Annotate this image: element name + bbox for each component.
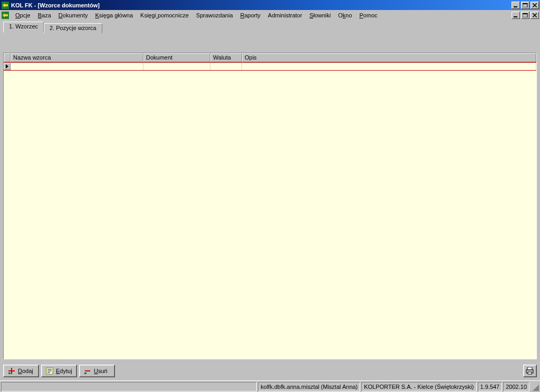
tab-label: 1. Wzorzec — [9, 23, 38, 30]
status-company: KOLPORTER S.A. - Kielce (Świętokrzyski) — [361, 382, 476, 391]
printer-icon — [526, 367, 534, 375]
menu-pomoc[interactable]: Pomoc — [356, 12, 381, 19]
system-menu-icon[interactable] — [1, 11, 9, 19]
svg-rect-14 — [528, 372, 532, 374]
svg-rect-5 — [514, 16, 517, 17]
col-nazwa-wzorca[interactable]: Nazwa wzorca — [11, 53, 143, 62]
status-db: kolfk.dbfk.anna.misztal (Misztal Anna) — [258, 382, 360, 391]
button-label: Dodaj — [18, 368, 33, 374]
add-button[interactable]: Dodaj — [3, 365, 39, 377]
minus-icon — [84, 367, 91, 375]
cell-dokument[interactable] — [143, 63, 210, 70]
tab-pozycje-wzorca[interactable]: 2. Pozycje wzorca — [44, 23, 102, 33]
client-area: 1. Wzorzec 2. Pozycje wzorca Nazwa wzorc… — [0, 20, 540, 380]
status-version: 1.9.547 — [478, 382, 503, 391]
menu-okno[interactable]: Okno — [334, 12, 355, 19]
svg-rect-8 — [8, 373, 11, 374]
button-label: Usuń — [94, 368, 108, 374]
menu-baza[interactable]: Baza — [34, 12, 55, 19]
maximize-button[interactable] — [521, 2, 529, 9]
close-button[interactable] — [531, 2, 539, 9]
mdi-maximize-button[interactable] — [521, 12, 529, 19]
statusbar: kolfk.dbfk.anna.misztal (Misztal Anna) K… — [0, 380, 540, 392]
title-text: KOL FK - [Wzorce dokumentów] — [11, 2, 100, 8]
cell-nazwa[interactable] — [11, 63, 143, 70]
menubar: OpcjeBazaDokumentyKsięga głównaKsięgi po… — [0, 10, 540, 20]
grid-header: Nazwa wzorca Dokument Waluta Opis — [4, 53, 536, 62]
tab-label: 2. Pozycje wzorca — [50, 25, 97, 31]
svg-rect-10 — [85, 370, 90, 371]
edit-button[interactable]: Edytuj — [41, 365, 77, 377]
print-button[interactable] — [523, 365, 537, 377]
resize-grip[interactable] — [531, 383, 539, 391]
status-message — [1, 382, 257, 391]
svg-rect-11 — [84, 373, 86, 374]
plus-icon — [8, 367, 15, 375]
menu-księgagłówna[interactable]: Księga główna — [92, 12, 137, 19]
menu-administrator[interactable]: Administrator — [264, 12, 306, 19]
delete-button[interactable]: Usuń — [79, 365, 115, 377]
svg-rect-3 — [523, 3, 527, 4]
tab-wzorzec[interactable]: 1. Wzorzec — [3, 22, 44, 33]
svg-rect-1 — [514, 6, 517, 7]
menu-opcje[interactable]: Opcje — [12, 12, 34, 19]
mdi-minimize-button[interactable] — [512, 12, 520, 19]
window-controls — [510, 2, 539, 9]
svg-rect-7 — [523, 13, 527, 14]
row-header-corner — [4, 53, 11, 62]
col-waluta[interactable]: Waluta — [210, 53, 242, 62]
app-icon — [1, 1, 9, 9]
action-toolbar: Dodaj Edytuj Usuń — [3, 365, 115, 377]
menu-słowniki[interactable]: Słowniki — [306, 12, 334, 19]
triangle-right-icon — [6, 64, 8, 68]
menu-raporty[interactable]: Raporty — [237, 12, 265, 19]
grid-body[interactable] — [4, 62, 536, 359]
svg-rect-12 — [527, 367, 532, 370]
col-opis[interactable]: Opis — [242, 53, 536, 62]
menu-sprawozdania[interactable]: Sprawozdania — [192, 12, 237, 19]
button-label: Edytuj — [56, 368, 72, 374]
mdi-controls — [510, 12, 539, 19]
row-pointer — [4, 63, 11, 70]
status-period: 2002.10 — [503, 382, 529, 391]
properties-icon — [46, 367, 53, 375]
menu-księgipomocnicze[interactable]: Księgi pomocnicze — [137, 12, 192, 19]
cell-waluta[interactable] — [210, 63, 242, 70]
mdi-close-button[interactable] — [531, 12, 539, 19]
tabstrip: 1. Wzorzec 2. Pozycje wzorca — [0, 20, 540, 33]
col-dokument[interactable]: Dokument — [143, 53, 210, 62]
minimize-button[interactable] — [512, 2, 520, 9]
titlebar: KOL FK - [Wzorce dokumentów] — [0, 0, 540, 10]
cell-opis[interactable] — [242, 63, 536, 70]
table-row[interactable] — [4, 62, 536, 71]
menu-dokumenty[interactable]: Dokumenty — [55, 12, 92, 19]
grid[interactable]: Nazwa wzorca Dokument Waluta Opis — [3, 53, 537, 359]
